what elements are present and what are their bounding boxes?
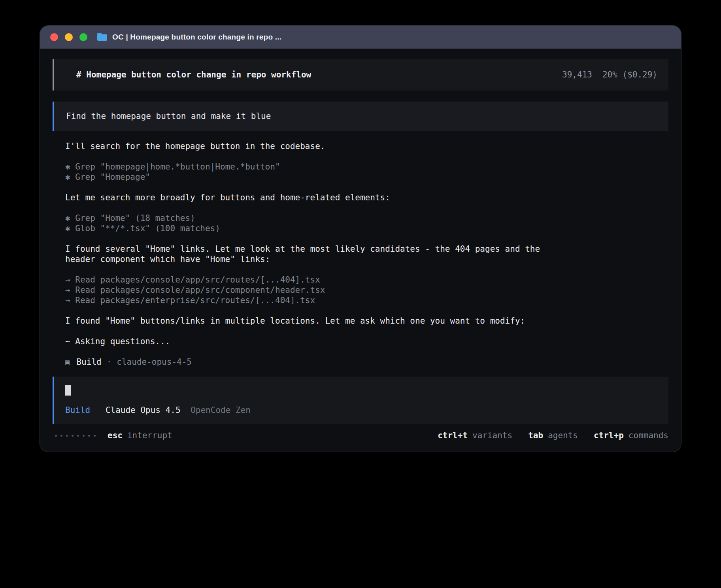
tool-call-grep: ✱ Grep "Homepage" — [65, 172, 668, 182]
shortcut-label: commands — [629, 430, 668, 441]
status-right: ctrl+t variants tab agents ctrl+p comman… — [438, 430, 668, 441]
tool-call-read: → Read packages/console/app/src/componen… — [65, 285, 668, 295]
assistant-text: I'll search for the homepage button in t… — [65, 141, 668, 151]
shortcut-agents: tab agents — [528, 430, 578, 441]
agent-status-line: ▣ Build · claude-opus-4-5 — [65, 357, 668, 367]
user-message-text: Find the homepage button and make it blu… — [66, 111, 271, 121]
terminal-window: OC | Homepage button color change in rep… — [40, 25, 681, 452]
tool-call-glob: ✱ Glob "**/*.tsx" (100 matches) — [65, 223, 668, 234]
status-bar: esc interrupt ctrl+t variants tab agents… — [53, 430, 668, 441]
tool-call-grep: ✱ Grep "Home" (18 matches) — [65, 213, 668, 223]
tool-call-read: → Read packages/console/app/src/routes/[… — [65, 275, 668, 285]
assistant-status: ~ Asking questions... — [65, 336, 668, 347]
spinner-icon — [55, 435, 96, 437]
input-provider-label: OpenCode Zen — [191, 405, 251, 415]
input-mode-badge[interactable]: Build — [65, 405, 90, 415]
session-header: # Homepage button color change in repo w… — [53, 59, 668, 90]
agent-model: claude-opus-4-5 — [117, 357, 192, 367]
assistant-text: I found "Home" buttons/links in multiple… — [65, 316, 668, 326]
shortcut-commands: ctrl+p commands — [594, 430, 668, 441]
assistant-text: Let me search more broadly for buttons a… — [65, 192, 668, 203]
conversation: I'll search for the homepage button in t… — [65, 141, 668, 367]
window-title: OC | Homepage button color change in rep… — [112, 33, 281, 41]
agent-name: Build — [76, 357, 101, 367]
assistant-text: I found several "Home" links. Let me loo… — [65, 244, 559, 264]
shortcut-key: ctrl+t — [438, 430, 468, 441]
title-group: OC | Homepage button color change in rep… — [97, 32, 281, 43]
shortcut-label: agents — [548, 430, 578, 441]
user-message: Find the homepage button and make it blu… — [53, 102, 668, 131]
tool-call-grep: ✱ Grep "homepage|home.*button|Home.*butt… — [65, 162, 668, 172]
text-cursor-icon — [65, 385, 71, 396]
esc-key-label: interrupt — [127, 430, 172, 441]
input-model-label: Claude Opus 4.5 — [106, 405, 181, 415]
esc-key-hint: esc — [108, 430, 123, 441]
agent-separator: · — [107, 357, 112, 367]
shortcut-variants: ctrl+t variants — [438, 430, 512, 441]
window-titlebar[interactable]: OC | Homepage button color change in rep… — [40, 26, 681, 49]
tool-call-read: → Read packages/enterprise/src/routes/[.… — [65, 295, 668, 305]
prompt-input[interactable]: Build Claude Opus 4.5 OpenCode Zen — [53, 377, 668, 424]
shortcut-key: ctrl+p — [594, 430, 624, 441]
traffic-lights — [50, 33, 87, 41]
agent-icon: ▣ — [65, 357, 70, 367]
terminal-content: # Homepage button color change in repo w… — [40, 49, 681, 452]
close-button[interactable] — [50, 33, 58, 41]
shortcut-label: variants — [472, 430, 512, 441]
token-count: 39,413 — [562, 70, 592, 79]
folder-icon — [97, 32, 108, 43]
minimize-button[interactable] — [65, 33, 73, 41]
context-cost: 20% ($0.29) — [602, 70, 657, 79]
zoom-button[interactable] — [79, 33, 87, 41]
session-title: # Homepage button color change in repo w… — [76, 70, 311, 80]
session-stats: 39,41320% ($0.29) — [562, 70, 657, 80]
status-left: esc interrupt — [53, 430, 172, 441]
shortcut-key: tab — [528, 430, 543, 441]
input-meta: Build Claude Opus 4.5 OpenCode Zen — [65, 405, 657, 415]
